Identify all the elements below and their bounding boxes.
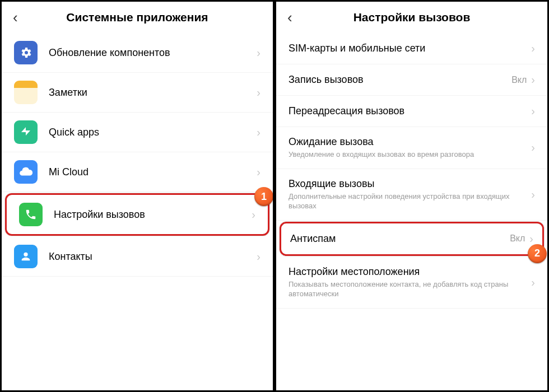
list-item-label: Quick apps [49,127,257,138]
list-item-label: SIM-карты и мобильные сети [289,43,531,54]
chevron-right-icon: › [529,232,533,245]
list-item-contacts[interactable]: Контакты › [2,237,273,277]
chevron-right-icon: › [257,166,260,179]
list-item-value: Вкл [511,75,527,85]
list-item-sublabel: Показывать местоположение контакта, не д… [289,279,531,299]
notes-icon [14,81,38,104]
list-item-label: Входящие вызовы [289,178,531,190]
list-item-micloud[interactable]: Mi Cloud › [2,152,273,192]
list-item-sublabel: Уведомление о входящих вызовах во время … [289,150,531,160]
list-item-label: Контакты [49,251,257,263]
step-badge-2: 2 [528,244,547,263]
page-title: Системные приложения [13,11,262,24]
back-icon[interactable]: ‹ [287,10,292,25]
list-item-forward[interactable]: Переадресация вызовов › [276,96,547,127]
chevron-right-icon: › [531,141,535,154]
list-item-incoming[interactable]: Входящие вызовы Дополнительные настройки… [276,169,547,221]
gear-icon [14,41,38,64]
chevron-right-icon: › [257,46,260,59]
list-item-antispam[interactable]: Антиспам Вкл › 2 [280,222,544,256]
phone-icon [19,203,43,226]
header: ‹ Настройки вызовов [276,2,547,33]
quickapps-icon [14,120,38,144]
list-item-label: Настройки вызовов [54,209,252,221]
chevron-right-icon: › [257,250,260,263]
chevron-right-icon: › [531,73,535,86]
list-item-label: Переадресация вызовов [289,105,531,117]
chevron-right-icon: › [531,188,535,201]
chevron-right-icon: › [531,276,535,289]
page-title: Настройки вызовов [287,11,536,24]
chevron-right-icon: › [252,208,255,221]
list-item-label: Mi Cloud [49,166,257,178]
list-item-location[interactable]: Настройки местоположения Показывать мест… [276,257,547,309]
list-item-notes[interactable]: Заметки › [2,73,273,113]
chevron-right-icon: › [257,86,260,99]
list-item-quickapps[interactable]: Quick apps › [2,113,273,152]
app-list: Обновление компонентов › Заметки › Quick… [2,33,273,390]
list-item-value: Вкл [510,234,525,244]
header: ‹ Системные приложения [2,2,273,33]
list-item-label: Ожидание вызова [289,136,531,148]
list-item-label: Запись вызовов [289,74,511,86]
list-item-updates[interactable]: Обновление компонентов › [2,33,273,73]
list-item-record[interactable]: Запись вызовов Вкл › [276,64,547,96]
list-item-sublabel: Дополнительные настройки поведения устро… [289,192,531,211]
chevron-right-icon: › [531,105,535,118]
step-badge-1: 1 [254,187,273,206]
list-item-label: Заметки [49,87,257,99]
settings-list: SIM-карты и мобильные сети › Запись вызо… [276,33,547,390]
list-item-label: Настройки местоположения [289,266,531,278]
list-item-waiting[interactable]: Ожидание вызова Уведомление о входящих в… [276,127,547,169]
list-item-call-settings[interactable]: Настройки вызовов › 1 [5,193,269,236]
list-item-label: Антиспам [290,233,510,245]
contacts-icon [14,245,38,268]
screen-system-apps: ‹ Системные приложения Обновление компон… [2,2,273,390]
chevron-right-icon: › [531,42,535,55]
list-item-label: Обновление компонентов [49,47,257,59]
chevron-right-icon: › [257,126,260,139]
back-icon[interactable]: ‹ [13,10,18,25]
cloud-icon [14,160,38,184]
screen-call-settings: ‹ Настройки вызовов SIM-карты и мобильны… [276,2,547,390]
list-item-sim[interactable]: SIM-карты и мобильные сети › [276,33,547,64]
